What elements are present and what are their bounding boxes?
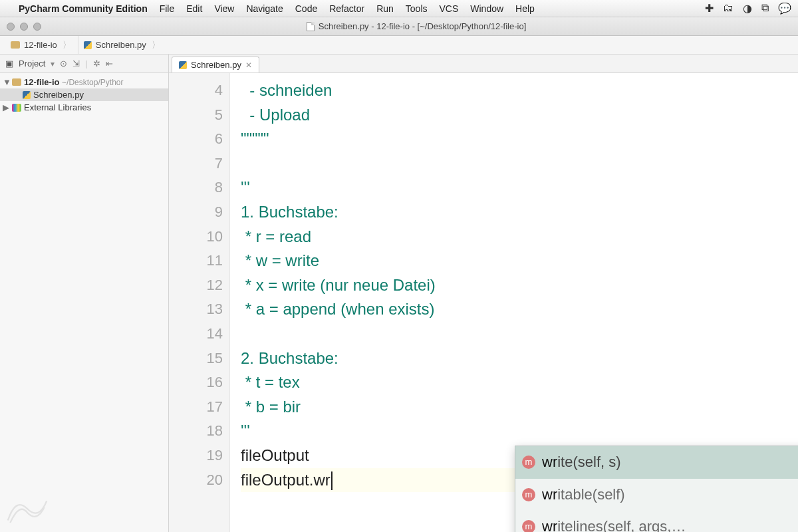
menu-vcs[interactable]: VCS [440,3,459,14]
menu-refactor[interactable]: Refactor [329,3,364,14]
tab-schreiben[interactable]: Schreiben.py ✕ [172,57,259,72]
menu-navigate[interactable]: Navigate [246,3,283,14]
menu-tools[interactable]: Tools [406,3,428,14]
work-area: ▼ 12-file-io ~/Desktop/Pythor Schreiben.… [0,73,798,532]
hide-icon[interactable]: ⇤ [106,59,113,68]
tree-expand-icon[interactable]: ▶ [3,102,9,112]
document-icon [307,22,315,31]
breadcrumb-file[interactable]: Schreiben.py 〉 [78,36,167,54]
menu-file[interactable]: File [160,3,175,14]
project-tree[interactable]: ▼ 12-file-io ~/Desktop/Pythor Schreiben.… [0,73,169,532]
line-number-gutter: 4567891011121314151617181920 [169,73,230,532]
chevron-down-icon[interactable]: ▾ [51,59,55,68]
tool-tab-row: ▣ Project ▾ ⊙ ⇲ | ✲ ⇤ Schreiben.py ✕ [0,55,798,73]
completion-item[interactable]: mwritable(self)TextIOWrapper [515,479,798,511]
app-name[interactable]: PyCharm Community Edition [19,3,148,14]
tree-expand-icon[interactable]: ▼ [3,77,9,87]
editor-tabs: Schreiben.py ✕ [169,55,259,72]
project-window-icon: ▣ [5,59,13,68]
tree-root[interactable]: ▼ 12-file-io ~/Desktop/Pythor [0,76,168,88]
libraries-icon [12,104,21,112]
menu-tray: ✚ 🗂 ◑ ⧉ 💬 [705,2,791,15]
tree-file-schreiben[interactable]: Schreiben.py [0,88,168,101]
locate-icon[interactable]: ⇲ [72,59,80,68]
menu-window[interactable]: Window [470,3,503,14]
window-title: Schreiben.py - 12-file-io - [~/Desktop/P… [41,21,791,32]
project-tool-header[interactable]: ▣ Project ▾ ⊙ ⇲ | ✲ ⇤ [0,55,169,72]
zoom-window-button[interactable] [33,23,41,31]
mac-menu-bar: PyCharm Community Edition File Edit View… [0,0,798,17]
method-icon: m [522,488,535,501]
tray-icon[interactable]: ◑ [743,2,752,15]
python-file-icon [23,91,31,99]
completion-popup[interactable]: mwrite(self, s)TextIOWrappermwritable(se… [515,446,798,532]
window-titlebar: Schreiben.py - 12-file-io - [~/Desktop/P… [0,17,798,36]
folder-icon [11,41,20,49]
menu-help[interactable]: Help [515,3,535,14]
code-editor[interactable]: 4567891011121314151617181920 - schneiden… [169,73,798,532]
method-icon: m [522,520,535,532]
menu-run[interactable]: Run [376,3,394,14]
tray-icon[interactable]: ✚ [705,2,714,15]
completion-item[interactable]: mwritelines(self, args,…_IOBase [515,511,798,532]
python-file-icon [84,41,92,49]
tray-icon[interactable]: 🗂 [723,2,733,15]
close-tab-icon[interactable]: ✕ [245,61,252,70]
window-controls [7,23,41,31]
tree-external-libraries[interactable]: ▶ External Libraries [0,101,168,114]
tray-icon[interactable]: 💬 [778,2,791,15]
collapse-icon[interactable]: ⊙ [60,59,67,68]
breadcrumb: 12-file-io 〉 Schreiben.py 〉 [0,36,798,55]
method-icon: m [522,456,535,469]
close-window-button[interactable] [7,23,15,31]
folder-icon [12,78,21,86]
chevron-right-icon: 〉 [150,39,162,51]
menu-code[interactable]: Code [295,3,317,14]
watermark-icon [4,492,51,528]
breadcrumb-folder[interactable]: 12-file-io 〉 [5,36,78,54]
completion-item[interactable]: mwrite(self, s)TextIOWrapper [515,446,798,479]
chevron-right-icon: 〉 [61,39,72,51]
minimize-window-button[interactable] [20,23,28,31]
menu-view[interactable]: View [214,3,234,14]
python-file-icon [179,61,187,69]
gear-icon[interactable]: ✲ [93,59,100,68]
tray-icon[interactable]: ⧉ [761,2,769,15]
menu-edit[interactable]: Edit [186,3,202,14]
